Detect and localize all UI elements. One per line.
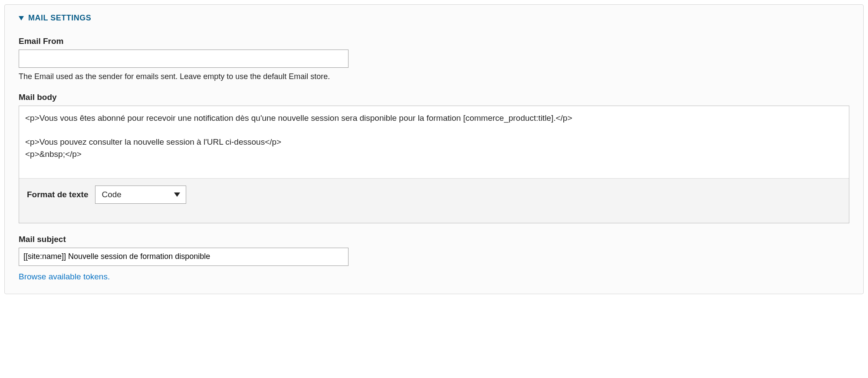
mail-subject-group: Mail subject <box>19 235 849 266</box>
mail-subject-label: Mail subject <box>19 235 849 244</box>
mail-subject-input[interactable] <box>19 248 349 266</box>
email-from-group: Email From The Email used as the sender … <box>19 36 849 81</box>
text-format-select[interactable]: Code <box>95 186 186 204</box>
text-format-select-wrap: Code <box>95 186 186 204</box>
mail-settings-fieldset: MAIL SETTINGS Email From The Email used … <box>4 4 864 294</box>
fieldset-legend-text: MAIL SETTINGS <box>28 13 91 23</box>
email-from-label: Email From <box>19 36 849 46</box>
fieldset-legend-toggle[interactable]: MAIL SETTINGS <box>19 13 849 23</box>
mail-body-textarea[interactable] <box>19 106 849 179</box>
text-format-bar: Format de texte Code <box>19 179 849 223</box>
browse-tokens-link[interactable]: Browse available tokens. <box>19 272 110 281</box>
email-from-input[interactable] <box>19 50 349 68</box>
text-format-label: Format de texte <box>27 190 88 199</box>
email-from-help: The Email used as the sender for emails … <box>19 72 849 81</box>
mail-body-label: Mail body <box>19 93 849 102</box>
collapse-icon <box>19 16 24 20</box>
mail-body-wrapper: Format de texte Code <box>19 106 849 223</box>
mail-body-group: Mail body Format de texte Code <box>19 93 849 223</box>
